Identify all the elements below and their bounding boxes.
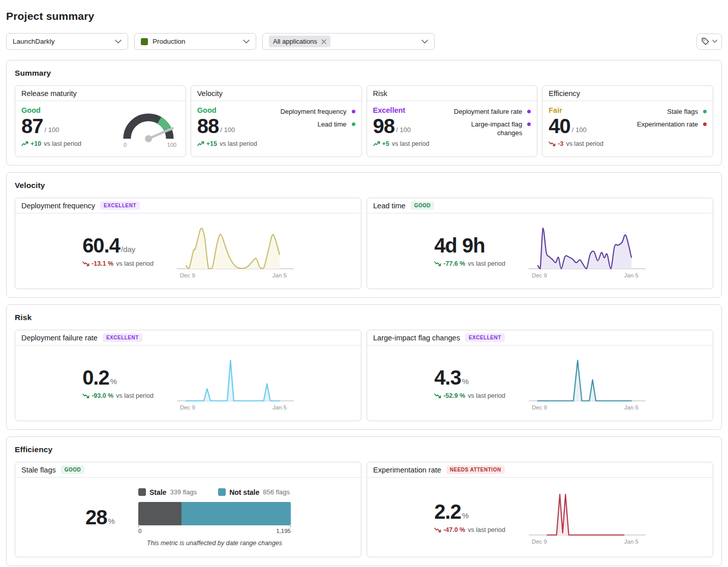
legend-dot <box>352 122 355 126</box>
status-label: Fair <box>549 106 603 114</box>
summary-card-efficiency: Efficiency Fair 40 / 100 -3 vs last peri… <box>542 85 713 157</box>
metric-card-large-impact-flag-changes: Large-impact flag changes EXCELLENT 4.3 … <box>367 330 713 421</box>
page-title: Project summary <box>6 10 722 22</box>
trend-up-icon <box>373 141 380 146</box>
x-axis-start-label: Dec 9 <box>180 272 195 278</box>
tag-icon <box>701 37 710 46</box>
bar-axis-max: 1,195 <box>276 528 291 534</box>
legend-item: Stale 339 flags <box>138 488 197 496</box>
summary-card-risk: Risk Excellent 98 / 100 +5 vs last perio… <box>367 85 538 157</box>
x-axis-end-label: Jan 5 <box>272 404 287 411</box>
trend-up-icon <box>21 141 28 146</box>
metric-value: 28 <box>85 507 107 527</box>
score-denominator: / 100 <box>572 126 587 136</box>
metric-unit: % <box>108 517 115 527</box>
svg-text:100: 100 <box>167 142 176 148</box>
legend-item: Deployment failure rate <box>452 108 531 116</box>
metric-unit: /day <box>121 245 135 256</box>
efficiency-section-title: Efficiency <box>15 445 713 454</box>
legend-swatch <box>218 488 226 496</box>
experimentation-rate-sparkline: Dec 9 Jan 5 <box>529 490 646 545</box>
stale-flags-bar-chart: Stale 339 flags Not stale 856 flags <box>138 488 291 547</box>
deployment-failure-rate-sparkline: Dec 9 Jan 5 <box>177 356 294 411</box>
deployment-frequency-sparkline: Dec 9 Jan 5 <box>177 224 294 278</box>
x-axis-start-label: Dec 9 <box>532 272 547 278</box>
x-axis-end-label: Jan 5 <box>624 539 639 545</box>
legend-dot <box>527 110 531 113</box>
trend-down-icon <box>434 527 441 532</box>
chevron-down-icon <box>115 40 122 44</box>
risk-section: Risk Deployment failure rate EXCELLENT 0… <box>6 304 722 430</box>
trend-caption: vs last period <box>116 260 154 267</box>
legend-item: Large-impact flag changes <box>452 120 531 137</box>
legend-item: Lead time <box>280 120 355 129</box>
applications-chip[interactable]: All applications <box>269 36 330 47</box>
svg-text:0: 0 <box>124 142 127 148</box>
trend-down-icon <box>82 393 89 398</box>
score-denominator: / 100 <box>220 126 235 136</box>
status-badge: GOOD <box>411 201 435 210</box>
score-value: 87 <box>21 116 43 136</box>
card-title: Velocity <box>197 89 223 98</box>
score-value: 98 <box>373 116 395 136</box>
stacked-bar <box>138 502 291 525</box>
trend-down-icon <box>434 393 441 398</box>
x-axis-end-label: Jan 5 <box>272 272 287 278</box>
trend-delta: -47.0 % <box>434 526 465 533</box>
applications-chip-label: All applications <box>273 38 317 45</box>
score-denominator: / 100 <box>45 126 59 136</box>
tags-filter-button[interactable] <box>696 34 722 50</box>
trend-caption: vs last period <box>392 140 430 147</box>
x-axis-start-label: Dec 9 <box>180 404 195 411</box>
metric-card-lead-time: Lead time GOOD 4d 9h -77.6 % vs last per… <box>367 198 713 289</box>
metric-unit: % <box>462 511 469 522</box>
metric-card-experimentation-rate: Experimentation rate NEEDS ATTENTION 2.2… <box>367 462 713 557</box>
trend-caption: vs last period <box>116 392 154 399</box>
metric-value: 60.4 <box>82 235 120 256</box>
metric-unit: % <box>462 377 469 388</box>
environment-select[interactable]: Production <box>134 33 256 50</box>
trend-delta: -93.0 % <box>82 392 113 399</box>
card-title: Risk <box>373 89 387 98</box>
summary-card-velocity: Velocity Good 88 / 100 +15 vs last perio… <box>191 85 362 157</box>
velocity-section-title: Velocity <box>15 181 713 190</box>
trend-caption: vs last period <box>44 140 81 147</box>
legend-swatch <box>138 488 146 496</box>
environment-color-swatch <box>141 38 148 45</box>
status-label: Excellent <box>373 106 430 114</box>
legend-dot <box>703 122 707 126</box>
x-axis-end-label: Jan 5 <box>624 272 639 278</box>
legend-dot <box>352 110 355 113</box>
trend-delta: +5 <box>373 140 389 147</box>
trend-down-icon <box>82 261 89 266</box>
metric-value: 2.2 <box>434 501 461 522</box>
project-select[interactable]: LaunchDarkly <box>6 33 128 50</box>
legend-item: Deployment frequency <box>280 108 355 116</box>
trend-delta: +15 <box>197 140 217 147</box>
legend-item: Experimentation rate <box>637 120 707 129</box>
metric-title: Large-impact flag changes <box>373 334 460 342</box>
trend-caption: vs last period <box>566 140 603 147</box>
close-icon[interactable] <box>321 39 326 44</box>
summary-card-release-maturity: Release maturity Good 87 / 100 +10 vs la… <box>15 85 186 157</box>
bar-axis: 0 1,195 <box>138 525 291 536</box>
metric-title: Deployment failure rate <box>21 334 98 342</box>
bar-segment-not-stale <box>181 502 291 525</box>
environment-select-value: Production <box>153 38 186 45</box>
status-badge: EXCELLENT <box>103 333 142 342</box>
lead-time-sparkline: Dec 9 Jan 5 <box>529 224 646 278</box>
trend-up-icon <box>197 141 204 146</box>
legend-item: Not stale 856 flags <box>218 488 290 496</box>
efficiency-section: Efficiency Stale flags GOOD 28 % <box>6 436 722 566</box>
metric-unit: % <box>110 377 117 388</box>
bar-axis-min: 0 <box>138 528 141 534</box>
score-value: 40 <box>549 116 570 136</box>
trend-caption: vs last period <box>468 392 505 399</box>
status-label: Good <box>197 106 257 114</box>
x-axis-start-label: Dec 9 <box>532 539 547 545</box>
trend-delta: -13.1 % <box>82 260 113 267</box>
applications-select[interactable]: All applications <box>262 33 435 50</box>
summary-section-title: Summary <box>15 69 713 78</box>
metric-value: 4d 9h <box>434 235 484 256</box>
chevron-down-icon <box>712 40 717 43</box>
